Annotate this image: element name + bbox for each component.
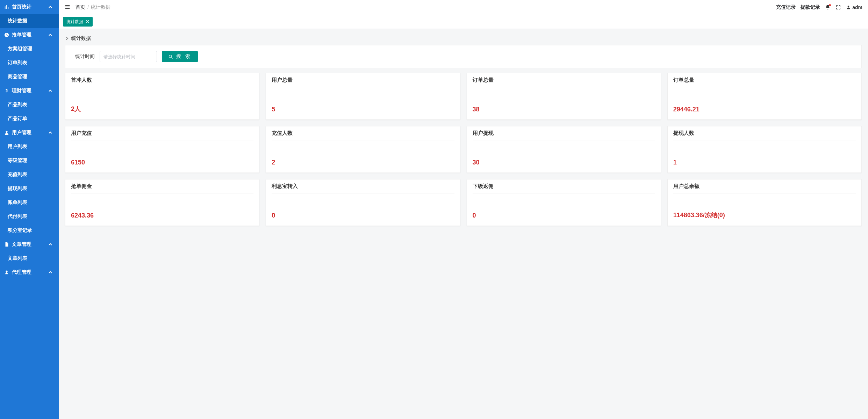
nav-item-充值列表[interactable]: 充值列表: [0, 168, 59, 182]
nav-group-代理管理[interactable]: 代理管理: [0, 265, 59, 279]
nav-item-label: 方案组管理: [8, 46, 32, 52]
stat-card-value: 1: [673, 159, 677, 166]
nav-item-label: 订单列表: [8, 60, 27, 66]
nav-group-理财管理[interactable]: 理财管理: [0, 84, 59, 98]
nav-item-产品列表[interactable]: 产品列表: [0, 98, 59, 112]
nav-item-提现列表[interactable]: 提现列表: [0, 182, 59, 196]
nav-item-label: 用户列表: [8, 144, 27, 150]
stat-card-value: 6150: [71, 159, 85, 166]
withdraw-records-link[interactable]: 提款记录: [801, 4, 820, 10]
nav-item-label: 产品订单: [8, 116, 27, 122]
stat-card-title: 用户提现: [473, 130, 655, 140]
recharge-records-link[interactable]: 充值记录: [776, 4, 796, 10]
nav-item-产品订单[interactable]: 产品订单: [0, 112, 59, 126]
stat-card-title: 用户总余额: [673, 183, 856, 193]
nav-item-订单列表[interactable]: 订单列表: [0, 56, 59, 70]
nav-group-抢单管理[interactable]: 抢单管理: [0, 28, 59, 42]
stat-card-value: 38: [473, 106, 480, 113]
nav-group-首页统计[interactable]: 首页统计: [0, 0, 59, 14]
nav-group-文章管理[interactable]: 文章管理: [0, 237, 59, 251]
nav-item-用户列表[interactable]: 用户列表: [0, 140, 59, 154]
stat-card-8: 抢单佣金6243.36: [65, 179, 259, 226]
svg-point-0: [169, 55, 172, 58]
nav-group-label: 用户管理: [12, 130, 31, 136]
notification-bell-icon[interactable]: [825, 5, 831, 10]
section-title: 统计数据: [65, 35, 862, 42]
nav-group-label: 代理管理: [12, 269, 31, 275]
stat-card-10: 下级返佣0: [467, 179, 661, 226]
search-label: 统计时间: [75, 53, 95, 60]
stat-time-input[interactable]: [100, 51, 157, 62]
stat-card-title: 抢单佣金: [71, 183, 253, 193]
tab-statistics[interactable]: 统计数据: [63, 17, 93, 27]
nav-item-label: 等级管理: [8, 157, 27, 164]
stat-card-value: 29446.21: [673, 106, 700, 113]
stat-card-1: 用户总量5: [266, 73, 460, 120]
nav-item-label: 统计数据: [8, 18, 27, 24]
stat-card-value: 30: [473, 159, 480, 166]
nav-item-账单列表[interactable]: 账单列表: [0, 196, 59, 210]
stat-card-title: 充值人数: [272, 130, 454, 140]
nav-item-label: 产品列表: [8, 102, 27, 108]
stat-card-title: 用户充值: [71, 130, 253, 140]
stat-card-value: 5: [272, 106, 275, 113]
stat-card-4: 用户充值6150: [65, 126, 259, 173]
stat-card-title: 下级返佣: [473, 183, 655, 193]
nav-group-label: 文章管理: [12, 241, 31, 248]
nav-item-商品管理[interactable]: 商品管理: [0, 70, 59, 84]
search-button-label: 搜 索: [176, 53, 192, 60]
nav-group-label: 抢单管理: [12, 32, 31, 38]
main-area: 首页 / 统计数据 充值记录 提款记录 adm 统计数据: [59, 0, 868, 419]
stat-card-5: 充值人数2: [266, 126, 460, 173]
nav-item-label: 积分宝记录: [8, 227, 32, 234]
stat-card-value: 114863.36/冻结(0): [673, 211, 725, 219]
stat-card-0: 首冲人数2人: [65, 73, 259, 120]
stat-card-title: 用户总量: [272, 77, 454, 87]
section-title-label: 统计数据: [71, 35, 91, 42]
menu-toggle-icon[interactable]: [64, 4, 71, 11]
breadcrumb: 首页 / 统计数据: [76, 4, 110, 10]
nav-group-label: 首页统计: [12, 4, 31, 10]
search-button[interactable]: 搜 索: [162, 51, 198, 62]
breadcrumb-home[interactable]: 首页: [76, 4, 85, 10]
search-bar: 统计时间 搜 索: [65, 45, 862, 68]
stat-card-title: 首冲人数: [71, 77, 253, 87]
nav-item-label: 商品管理: [8, 74, 27, 80]
tab-label: 统计数据: [66, 19, 83, 25]
nav-item-label: 账单列表: [8, 199, 27, 206]
stat-cards-grid: 首冲人数2人用户总量5订单总量38订单总量29446.21用户充值6150充值人…: [65, 73, 862, 226]
stat-card-value: 2人: [71, 105, 81, 113]
stat-card-value: 6243.36: [71, 212, 94, 219]
stat-card-value: 0: [272, 212, 275, 219]
stat-card-2: 订单总量38: [467, 73, 661, 120]
nav-group-label: 理财管理: [12, 88, 31, 94]
stat-card-title: 订单总量: [473, 77, 655, 87]
stat-card-7: 提现人数1: [667, 126, 862, 173]
nav-item-label: 提现列表: [8, 185, 27, 192]
breadcrumb-sep: /: [87, 5, 89, 10]
notification-dot-icon: [829, 4, 831, 6]
user-menu[interactable]: adm: [846, 5, 862, 10]
nav-item-文章列表[interactable]: 文章列表: [0, 251, 59, 265]
topbar: 首页 / 统计数据 充值记录 提款记录 adm: [59, 0, 868, 15]
content: 统计数据 统计时间 搜 索 首冲人数2人用户总量5订单总量38订单总量29446…: [59, 29, 868, 419]
nav-item-等级管理[interactable]: 等级管理: [0, 154, 59, 168]
fullscreen-icon[interactable]: [835, 5, 841, 10]
stat-card-title: 订单总量: [673, 77, 856, 87]
stat-card-9: 利息宝转入0: [266, 179, 460, 226]
stat-card-3: 订单总量29446.21: [667, 73, 862, 120]
stat-card-title: 提现人数: [673, 130, 856, 140]
nav-item-方案组管理[interactable]: 方案组管理: [0, 42, 59, 56]
nav-item-代付列表[interactable]: 代付列表: [0, 210, 59, 223]
stat-card-value: 0: [473, 212, 476, 219]
nav-group-用户管理[interactable]: 用户管理: [0, 126, 59, 140]
nav-item-统计数据[interactable]: 统计数据: [0, 14, 59, 28]
user-name-label: adm: [852, 5, 862, 10]
stat-card-11: 用户总余额114863.36/冻结(0): [667, 179, 862, 226]
stat-card-6: 用户提现30: [467, 126, 661, 173]
stat-card-title: 利息宝转入: [272, 183, 454, 193]
nav-item-积分宝记录[interactable]: 积分宝记录: [0, 223, 59, 237]
nav-item-label: 文章列表: [8, 255, 27, 262]
stat-card-value: 2: [272, 159, 275, 166]
tab-close-icon[interactable]: [86, 19, 89, 24]
